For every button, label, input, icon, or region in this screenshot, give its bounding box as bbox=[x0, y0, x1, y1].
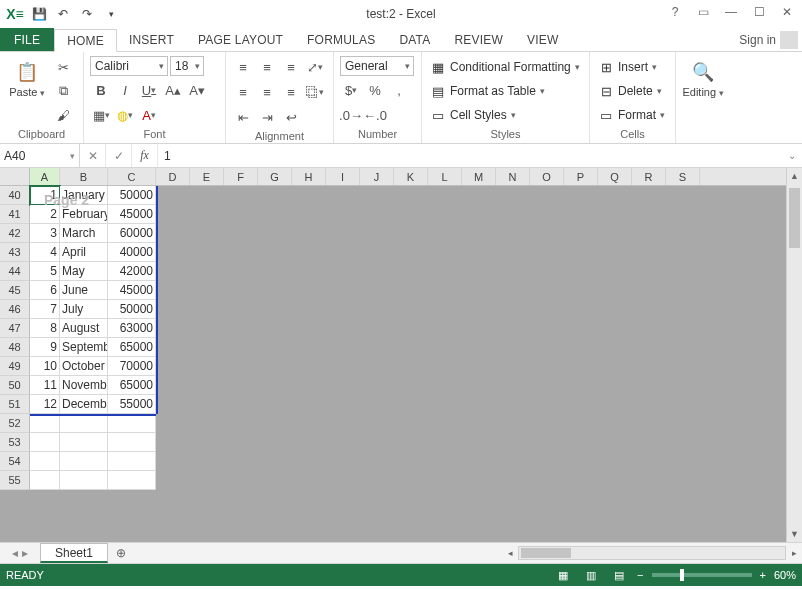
cell[interactable] bbox=[30, 471, 60, 490]
align-center-icon[interactable]: ≡ bbox=[256, 81, 278, 103]
row-header-50[interactable]: 50 bbox=[0, 376, 30, 395]
cell[interactable]: 60000 bbox=[108, 224, 156, 243]
row-header-48[interactable]: 48 bbox=[0, 338, 30, 357]
borders-icon[interactable]: ▦ bbox=[90, 104, 112, 126]
col-header-C[interactable]: C bbox=[108, 168, 156, 185]
cell[interactable]: 55000 bbox=[108, 395, 156, 414]
align-bottom-icon[interactable]: ≡ bbox=[280, 56, 302, 78]
font-color-icon[interactable]: A bbox=[138, 104, 160, 126]
cell[interactable]: February bbox=[60, 205, 108, 224]
enter-formula-icon[interactable]: ✓ bbox=[106, 144, 132, 167]
cells[interactable]: 1January500002February450003March600004A… bbox=[30, 186, 156, 490]
increase-indent-icon[interactable]: ⇥ bbox=[256, 106, 278, 128]
cell[interactable]: 63000 bbox=[108, 319, 156, 338]
cell[interactable] bbox=[108, 471, 156, 490]
format-as-table-button[interactable]: ▤Format as Table bbox=[428, 80, 582, 102]
tab-file[interactable]: FILE bbox=[0, 28, 54, 51]
cell[interactable]: April bbox=[60, 243, 108, 262]
col-header-I[interactable]: I bbox=[326, 168, 360, 185]
sheet-nav[interactable]: ◂ ▸ bbox=[0, 543, 40, 563]
zoom-in-icon[interactable]: + bbox=[760, 569, 766, 581]
row-header-46[interactable]: 46 bbox=[0, 300, 30, 319]
col-header-G[interactable]: G bbox=[258, 168, 292, 185]
row-header-52[interactable]: 52 bbox=[0, 414, 30, 433]
italic-button[interactable]: I bbox=[114, 79, 136, 101]
currency-icon[interactable]: $ bbox=[340, 79, 362, 101]
help-icon[interactable]: ? bbox=[662, 2, 688, 22]
col-header-J[interactable]: J bbox=[360, 168, 394, 185]
zoom-out-icon[interactable]: − bbox=[637, 569, 643, 581]
cell[interactable]: 6 bbox=[30, 281, 60, 300]
font-name-combo[interactable]: Calibri bbox=[90, 56, 168, 76]
col-header-S[interactable]: S bbox=[666, 168, 700, 185]
number-format-combo[interactable]: General bbox=[340, 56, 414, 76]
cell-styles-button[interactable]: ▭Cell Styles bbox=[428, 104, 582, 126]
underline-button[interactable]: U bbox=[138, 79, 160, 101]
scroll-up-icon[interactable]: ▲ bbox=[787, 168, 802, 184]
row-header-44[interactable]: 44 bbox=[0, 262, 30, 281]
col-header-E[interactable]: E bbox=[190, 168, 224, 185]
scroll-down-icon[interactable]: ▼ bbox=[787, 526, 802, 542]
cell[interactable]: 11 bbox=[30, 376, 60, 395]
col-header-D[interactable]: D bbox=[156, 168, 190, 185]
cell[interactable]: 40000 bbox=[108, 243, 156, 262]
cell[interactable] bbox=[60, 452, 108, 471]
cell[interactable]: August bbox=[60, 319, 108, 338]
percent-icon[interactable]: % bbox=[364, 79, 386, 101]
insert-function-icon[interactable]: fx bbox=[132, 144, 158, 167]
row-header-42[interactable]: 42 bbox=[0, 224, 30, 243]
close-icon[interactable]: ✕ bbox=[774, 2, 800, 22]
row-header-45[interactable]: 45 bbox=[0, 281, 30, 300]
align-right-icon[interactable]: ≡ bbox=[280, 81, 302, 103]
formula-expand-icon[interactable]: ⌄ bbox=[782, 144, 802, 167]
name-box[interactable]: A40 bbox=[0, 144, 80, 167]
align-middle-icon[interactable]: ≡ bbox=[256, 56, 278, 78]
cell[interactable]: 2 bbox=[30, 205, 60, 224]
comma-icon[interactable]: , bbox=[388, 79, 410, 101]
row-header-51[interactable]: 51 bbox=[0, 395, 30, 414]
cell[interactable]: 10 bbox=[30, 357, 60, 376]
row-header-43[interactable]: 43 bbox=[0, 243, 30, 262]
view-pagebreak-icon[interactable]: ▤ bbox=[609, 567, 629, 583]
cell[interactable]: October bbox=[60, 357, 108, 376]
new-sheet-icon[interactable]: ⊕ bbox=[108, 543, 134, 563]
cell[interactable]: 12 bbox=[30, 395, 60, 414]
col-header-M[interactable]: M bbox=[462, 168, 496, 185]
save-icon[interactable]: 💾 bbox=[28, 3, 50, 25]
tab-view[interactable]: VIEW bbox=[515, 28, 570, 51]
wrap-text-icon[interactable]: ↩ bbox=[280, 106, 302, 128]
decrease-decimal-icon[interactable]: ←.0 bbox=[364, 104, 386, 126]
row-header-53[interactable]: 53 bbox=[0, 433, 30, 452]
decrease-font-icon[interactable]: A▾ bbox=[186, 79, 208, 101]
tab-insert[interactable]: INSERT bbox=[117, 28, 186, 51]
cell[interactable] bbox=[108, 452, 156, 471]
cell[interactable]: 9 bbox=[30, 338, 60, 357]
row-header-49[interactable]: 49 bbox=[0, 357, 30, 376]
col-header-A[interactable]: A bbox=[30, 168, 60, 185]
hscroll-left-icon[interactable]: ◂ bbox=[502, 548, 518, 558]
align-left-icon[interactable]: ≡ bbox=[232, 81, 254, 103]
decrease-indent-icon[interactable]: ⇤ bbox=[232, 106, 254, 128]
cell[interactable]: 5 bbox=[30, 262, 60, 281]
cell[interactable]: 45000 bbox=[108, 205, 156, 224]
cell[interactable]: 8 bbox=[30, 319, 60, 338]
row-header-55[interactable]: 55 bbox=[0, 471, 30, 490]
tab-formulas[interactable]: FORMULAS bbox=[295, 28, 387, 51]
cell[interactable]: 1 bbox=[30, 186, 60, 205]
cell[interactable]: June bbox=[60, 281, 108, 300]
cell[interactable]: July bbox=[60, 300, 108, 319]
cell[interactable]: 50000 bbox=[108, 300, 156, 319]
cell[interactable] bbox=[60, 433, 108, 452]
tab-home[interactable]: HOME bbox=[54, 29, 117, 52]
conditional-formatting-button[interactable]: ▦Conditional Formatting bbox=[428, 56, 582, 78]
zoom-level[interactable]: 60% bbox=[774, 569, 796, 581]
vertical-scrollbar[interactable]: ▲ ▼ bbox=[786, 168, 802, 542]
cell[interactable]: 50000 bbox=[108, 186, 156, 205]
copy-icon[interactable]: ⧉ bbox=[52, 80, 74, 102]
tab-data[interactable]: DATA bbox=[387, 28, 442, 51]
insert-cells-button[interactable]: ⊞Insert bbox=[596, 56, 667, 78]
app-icon[interactable]: X≡ bbox=[4, 3, 26, 25]
align-top-icon[interactable]: ≡ bbox=[232, 56, 254, 78]
cell[interactable] bbox=[30, 452, 60, 471]
col-header-H[interactable]: H bbox=[292, 168, 326, 185]
